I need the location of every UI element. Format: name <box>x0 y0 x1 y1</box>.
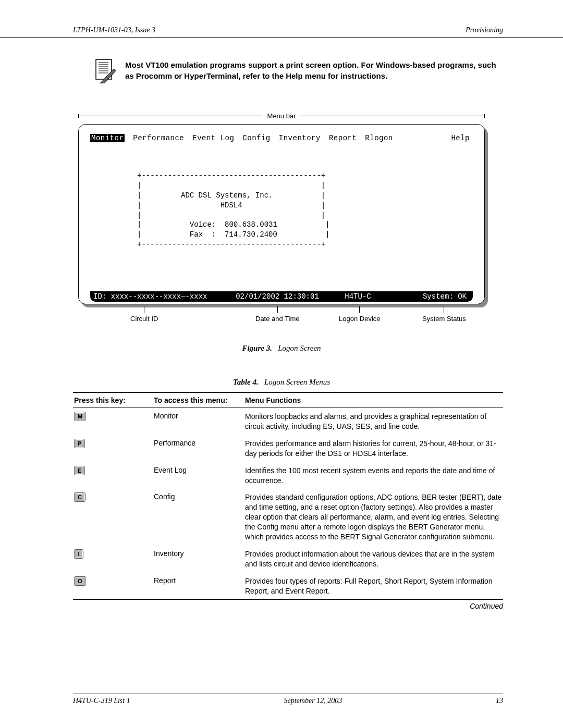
menu-performance[interactable]: Performance <box>133 134 184 142</box>
logon-menu-table: Press this key: To access this menu: Men… <box>73 392 503 610</box>
menu-rlogon[interactable]: Rlogon <box>365 134 393 142</box>
menu-function: Provides product information about the v… <box>245 549 503 569</box>
menu-name: Performance <box>154 439 245 447</box>
menu-function: Monitors loopbacks and alarms, and provi… <box>245 412 503 431</box>
menu-function: Provides standard configuration options,… <box>245 492 503 541</box>
header-right: Provisioning <box>466 26 503 34</box>
note-block: Most VT100 emulation programs support a … <box>94 58 503 83</box>
header-left: LTPH-UM-1031-03, Issue 3 <box>73 26 155 34</box>
callout-circuit-id: Circuit ID <box>130 306 158 323</box>
menu-name: Monitor <box>154 412 245 420</box>
terminal-body: +---------------------------------------… <box>90 171 473 250</box>
menu-name: Config <box>154 492 245 501</box>
callout-system-status: System Status <box>422 306 466 323</box>
terminal-status-bar: ID: xxxx--xxxx--xxxx—-xxxx 02/01/2002 12… <box>90 291 473 302</box>
menu-help[interactable]: Help <box>451 134 473 142</box>
table-row: PPerformanceProvides performance and ala… <box>73 435 503 462</box>
figure: Menu bar Monitor Performance Event Log C… <box>78 112 485 327</box>
table-row: MMonitorMonitors loopbacks and alarms, a… <box>73 408 503 435</box>
menu-report[interactable]: Report <box>329 134 357 142</box>
key-badge: P <box>74 439 85 448</box>
table-row: EEvent LogIdentifies the 100 most recent… <box>73 462 503 489</box>
key-badge: I <box>74 549 83 559</box>
status-system: System: OK <box>423 292 471 301</box>
note-text: Most VT100 emulation programs support a … <box>125 58 503 81</box>
terminal-menu-bar: Monitor Performance Event Log Config Inv… <box>90 134 473 142</box>
table-row: CConfigProvides standard configuration o… <box>73 489 503 545</box>
menu-inventory[interactable]: Inventory <box>279 134 321 142</box>
terminal-window: Monitor Performance Event Log Config Inv… <box>78 124 485 304</box>
menu-name: Report <box>154 576 245 585</box>
table-row: OReportProvides four types of reports: F… <box>73 573 503 600</box>
menu-monitor[interactable]: Monitor <box>90 134 125 142</box>
footer-right: 13 <box>496 697 503 705</box>
menu-name: Inventory <box>154 549 245 558</box>
table-continued: Continued <box>73 599 503 610</box>
menu-config[interactable]: Config <box>242 134 270 142</box>
table-caption: Table 4. Logon Screen Menus <box>0 378 563 387</box>
key-badge: C <box>74 492 85 502</box>
key-badge: E <box>74 466 85 475</box>
menu-bar-label: Menu bar <box>78 112 485 120</box>
note-icon <box>94 58 116 83</box>
key-badge: O <box>74 576 86 586</box>
menu-function: Provides four types of reports: Full Rep… <box>245 576 503 596</box>
key-badge: M <box>74 412 86 421</box>
menu-name: Event Log <box>154 466 245 474</box>
status-device: H4TU-C <box>328 292 388 301</box>
figure-caption: Figure 3. Logon Screen <box>0 344 563 353</box>
table-head: Press this key: To access this menu: Men… <box>73 392 503 408</box>
page-footer: H4TU-C-319 List 1 September 12, 2003 13 <box>73 694 503 705</box>
status-circuit-id: ID: xxxx--xxxx--xxxx—-xxxx <box>92 292 227 301</box>
figure-callouts: Circuit ID Date and Time Logon Device Sy… <box>78 306 485 327</box>
footer-left: H4TU-C-319 List 1 <box>73 697 130 705</box>
status-datetime: 02/01/2002 12:30:01 <box>227 292 328 301</box>
callout-datetime: Date and Time <box>255 306 300 323</box>
page-header: LTPH-UM-1031-03, Issue 3 Provisioning <box>0 0 563 38</box>
callout-logon-device: Logon Device <box>339 306 381 323</box>
menu-eventlog[interactable]: Event Log <box>192 134 234 142</box>
footer-center: September 12, 2003 <box>284 697 342 705</box>
menu-function: Identifies the 100 most recent system ev… <box>245 466 503 486</box>
table-row: IInventoryProvides product information a… <box>73 546 503 573</box>
menu-function: Provides performance and alarm histories… <box>245 439 503 459</box>
